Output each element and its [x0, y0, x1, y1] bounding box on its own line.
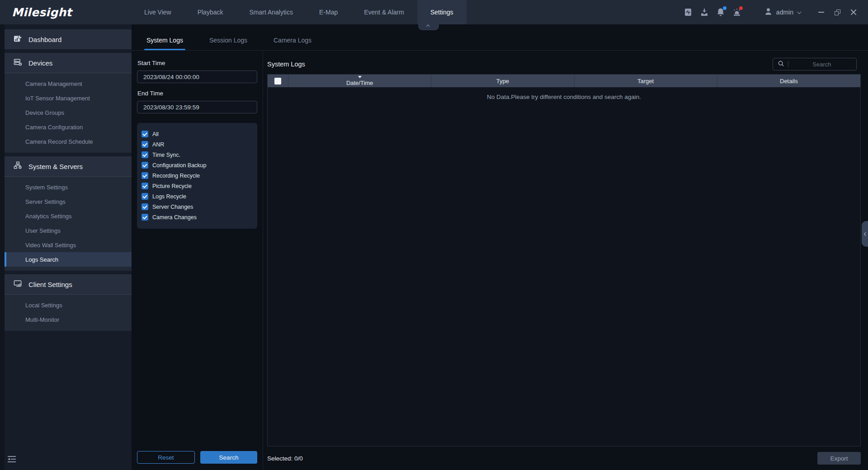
- sidebar-item-label: User Settings: [25, 227, 61, 234]
- sidebar-item-server-settings[interactable]: Server Settings: [5, 194, 132, 209]
- collapse-sidebar-icon: [6, 455, 18, 464]
- sidebar-client-settings-items: Local Settings Multi-Monitor: [5, 294, 132, 331]
- tab-system-logs[interactable]: System Logs: [146, 37, 183, 50]
- table-header-row: Date/Time Type Target Details: [268, 75, 860, 87]
- sidebar-item-label: System Settings: [25, 184, 68, 191]
- close-icon: [850, 9, 857, 15]
- logs-tabstrip: System Logs Session Logs Camera Logs: [132, 24, 868, 51]
- sidebar-item-iot-sensor-management[interactable]: IoT Sensor Management: [5, 91, 132, 105]
- checkbox-checked-icon[interactable]: [142, 131, 148, 137]
- search-button[interactable]: Search: [200, 451, 257, 464]
- log-type-time-sync[interactable]: Time Sync.: [142, 150, 253, 160]
- sidebar-item-client-settings[interactable]: Client Settings: [5, 274, 132, 294]
- checkbox-checked-icon[interactable]: [142, 193, 148, 200]
- checkbox-unchecked-icon[interactable]: [274, 78, 281, 85]
- chevron-left-icon: [863, 232, 867, 235]
- sidebar-item-dashboard[interactable]: Dashboard: [5, 29, 132, 49]
- checkbox-checked-icon[interactable]: [142, 162, 148, 169]
- checkbox-checked-icon[interactable]: [142, 141, 148, 148]
- sidebar-section-devices: Devices Camera Management IoT Sensor Man…: [5, 53, 132, 153]
- log-type-camera-changes[interactable]: Camera Changes: [142, 212, 253, 222]
- sidebar-section-label: Client Settings: [28, 281, 72, 288]
- sidebar-item-local-settings[interactable]: Local Settings: [5, 298, 132, 312]
- tab-session-logs[interactable]: Session Logs: [209, 37, 247, 50]
- log-type-recording-recycle[interactable]: Recording Recycle: [142, 170, 253, 181]
- sidebar-item-devices[interactable]: Devices: [5, 53, 132, 73]
- notification-bell-icon[interactable]: [715, 7, 726, 18]
- sidebar-item-user-settings[interactable]: User Settings: [5, 223, 132, 238]
- select-all-header[interactable]: [268, 75, 288, 87]
- column-header-target[interactable]: Target: [575, 75, 717, 87]
- health-status-icon[interactable]: [683, 7, 693, 18]
- nav-label: Smart Analytics: [249, 9, 292, 16]
- checkbox-checked-icon[interactable]: [142, 203, 148, 210]
- tab-label: System Logs: [146, 37, 183, 44]
- nav-event-alarm[interactable]: Event & Alarm: [351, 0, 417, 24]
- nav-e-map[interactable]: E-Map: [306, 0, 351, 24]
- collapse-topnav-button[interactable]: [418, 24, 439, 30]
- nav-label: E-Map: [319, 9, 338, 16]
- nav-smart-analytics[interactable]: Smart Analytics: [236, 0, 306, 24]
- checkbox-label: Server Changes: [152, 204, 193, 210]
- sidebar-item-device-groups[interactable]: Device Groups: [5, 105, 132, 120]
- start-time-input[interactable]: [137, 70, 257, 83]
- sidebar-item-label: Device Groups: [25, 109, 64, 116]
- user-name: admin: [776, 9, 793, 16]
- log-type-anr[interactable]: ANR: [142, 139, 253, 150]
- log-type-all[interactable]: All: [142, 129, 253, 139]
- notification-badge: [723, 6, 726, 10]
- nav-label: Playback: [198, 9, 223, 16]
- nav-live-view[interactable]: Live View: [131, 0, 184, 24]
- checkbox-checked-icon[interactable]: [142, 214, 148, 221]
- user-menu[interactable]: admin: [764, 7, 800, 17]
- alarm-siren-icon[interactable]: [731, 7, 742, 18]
- end-time-input[interactable]: [137, 101, 257, 113]
- reset-button[interactable]: Reset: [137, 451, 195, 464]
- sidebar-item-camera-record-schedule[interactable]: Camera Record Schedule: [5, 134, 132, 149]
- checkbox-label: Configuration Backup: [152, 162, 207, 169]
- nav-label: Event & Alarm: [364, 9, 404, 16]
- sidebar-section-label: System & Servers: [28, 163, 83, 170]
- table-search-box[interactable]: [773, 58, 857, 70]
- tab-camera-logs[interactable]: Camera Logs: [274, 37, 311, 50]
- sidebar-item-camera-configuration[interactable]: Camera Configuration: [5, 120, 132, 134]
- sidebar-item-system-servers[interactable]: System & Servers: [5, 156, 132, 176]
- log-type-picture-recycle[interactable]: Picture Recycle: [142, 181, 253, 191]
- log-type-server-changes[interactable]: Server Changes: [142, 202, 253, 212]
- system-servers-icon: [14, 161, 22, 171]
- tab-label: Session Logs: [209, 37, 247, 44]
- sidebar-item-video-wall-settings[interactable]: Video Wall Settings: [5, 238, 132, 252]
- sidebar-collapse-button[interactable]: [5, 454, 18, 465]
- log-type-configuration-backup[interactable]: Configuration Backup: [142, 160, 253, 170]
- log-type-logs-recycle[interactable]: Logs Recycle: [142, 191, 253, 202]
- checkbox-checked-icon[interactable]: [142, 151, 148, 158]
- no-data-message: No Data.Please try different conditions …: [268, 87, 860, 100]
- column-label: Date/Time: [346, 80, 373, 86]
- sidebar-item-logs-search[interactable]: Logs Search: [5, 252, 132, 267]
- maximize-button[interactable]: [829, 9, 845, 15]
- column-header-date-time[interactable]: Date/Time: [288, 75, 431, 87]
- nav-settings[interactable]: Settings: [417, 0, 467, 24]
- checkbox-checked-icon[interactable]: [142, 172, 148, 179]
- column-header-details[interactable]: Details: [717, 75, 860, 87]
- minimize-button[interactable]: [813, 9, 829, 15]
- sidebar-item-analytics-settings[interactable]: Analytics Settings: [5, 209, 132, 223]
- sidebar-item-label: Local Settings: [25, 302, 62, 309]
- search-input[interactable]: [792, 61, 852, 68]
- sidebar-item-multi-monitor[interactable]: Multi-Monitor: [5, 312, 132, 327]
- milesight-logo: Milesight: [0, 0, 131, 24]
- close-button[interactable]: [845, 9, 862, 15]
- collapse-panel-handle[interactable]: [862, 221, 868, 247]
- sidebar-item-camera-management[interactable]: Camera Management: [5, 76, 132, 91]
- sidebar-section-system-servers: System & Servers System Settings Server …: [5, 156, 132, 271]
- topbar-right: admin: [680, 0, 868, 24]
- export-button[interactable]: Export: [817, 452, 861, 465]
- sidebar-item-system-settings[interactable]: System Settings: [5, 180, 132, 194]
- checkbox-checked-icon[interactable]: [142, 183, 148, 189]
- sidebar-item-label: Multi-Monitor: [25, 316, 59, 323]
- download-center-icon[interactable]: [699, 7, 710, 18]
- sidebar-system-servers-items: System Settings Server Settings Analytic…: [5, 176, 132, 271]
- sidebar-item-label: Camera Management: [25, 80, 82, 87]
- nav-playback[interactable]: Playback: [184, 0, 236, 24]
- column-header-type[interactable]: Type: [431, 75, 574, 87]
